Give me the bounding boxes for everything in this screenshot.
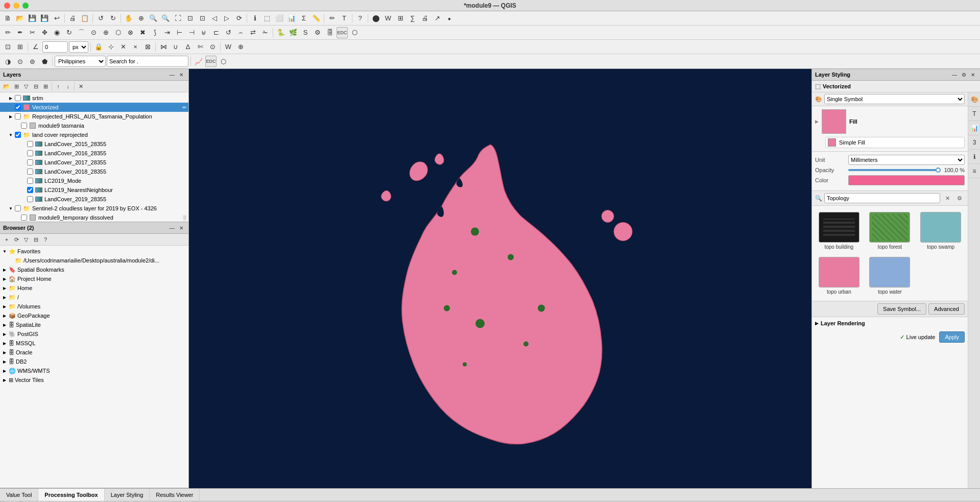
browser-collapse-icon[interactable]: ⊟ — [31, 235, 40, 244]
browser-item[interactable]: ▶ 📁 Home — [0, 283, 188, 293]
zoom-selection-icon[interactable]: ⊡ — [197, 13, 208, 24]
rp-close-btn[interactable]: ✕ — [969, 70, 977, 79]
browser-minimize-btn[interactable]: — — [168, 224, 176, 232]
processing-icon[interactable]: ⚙ — [312, 27, 323, 38]
zoom-full-icon[interactable]: ⛶ — [172, 13, 183, 24]
expand-icon[interactable]: ▶ — [2, 322, 7, 327]
legend-icon[interactable]: ≡ — [968, 164, 980, 178]
zoom-next-icon[interactable]: ▷ — [221, 13, 232, 24]
expand-icon[interactable]: ▶ — [2, 267, 7, 272]
rp-header-controls[interactable]: — ⚙ ✕ — [950, 70, 977, 79]
expand-icon[interactable] — [14, 215, 19, 220]
expand-icon[interactable]: ▼ — [8, 132, 13, 137]
redo-icon[interactable]: ↻ — [107, 13, 118, 24]
topo-item-urban[interactable]: topo urban — [815, 255, 863, 297]
split-icon[interactable]: ⊢ — [174, 27, 185, 38]
layer-item[interactable]: LandCover_2019_28355 — [0, 195, 188, 204]
split-parts-icon[interactable]: ⊣ — [186, 27, 197, 38]
paint-icon[interactable]: 🎨 — [968, 92, 980, 107]
pan-select-icon[interactable]: ⊕ — [135, 13, 147, 24]
open-project-icon[interactable]: 📂 — [14, 13, 26, 24]
layer-item[interactable]: module9_temporary dissolved ▒ — [0, 213, 188, 222]
offset-curve-icon[interactable]: ⌢ — [235, 27, 246, 38]
undo-icon[interactable]: ↺ — [95, 13, 106, 24]
browser-item[interactable]: ▶ 🏠 Project Home — [0, 274, 188, 283]
layer-checkbox[interactable] — [27, 178, 33, 184]
save-symbol-button[interactable]: Save Symbol... — [877, 303, 926, 315]
expand-icon[interactable] — [14, 123, 19, 128]
browser-item[interactable]: 📁 /Users/codrinamariailie/Desktop/austra… — [0, 256, 188, 265]
snap2-icon[interactable]: ⊞ — [14, 41, 26, 53]
browser-item[interactable]: ▶ 🗄 DB2 — [0, 357, 188, 366]
add-ring-icon[interactable]: ⊙ — [88, 27, 99, 38]
select2-icon[interactable]: ↗ — [432, 13, 443, 24]
expand-icon[interactable]: ▶ — [2, 295, 7, 300]
layer-checkbox[interactable] — [27, 150, 33, 156]
unit-select[interactable]: Millimeters — [848, 155, 965, 165]
expand-icon[interactable]: ▼ — [8, 206, 13, 211]
identify-icon[interactable]: ℹ — [249, 13, 260, 24]
close-button[interactable] — [4, 3, 10, 9]
browser-close-btn[interactable]: ✕ — [177, 224, 185, 232]
topo-item-swamp[interactable]: topo swamp — [917, 210, 965, 252]
rp-settings-btn[interactable]: ⚙ — [960, 70, 968, 79]
expand-icon[interactable] — [8, 105, 13, 110]
browser-item[interactable]: ▶ 📦 GeoPackage — [0, 311, 188, 320]
expand-icon[interactable] — [20, 160, 26, 165]
add-part-icon[interactable]: ⊕ — [100, 27, 111, 38]
browser-item[interactable]: ▶ 🗄 MSSQL — [0, 339, 188, 348]
layer-item[interactable]: LandCover_2015_28355 — [0, 139, 188, 149]
edit-icon[interactable]: ✂ — [27, 27, 38, 38]
search-input[interactable]: Search for . — [107, 56, 188, 67]
topo-search-input[interactable]: Topology — [824, 193, 940, 203]
browser-item[interactable]: ▶ 📁 / — [0, 293, 188, 302]
revert-icon[interactable]: ↩ — [51, 13, 62, 24]
plugin2-icon[interactable]: ⬡ — [218, 56, 229, 67]
layer-checkbox[interactable] — [15, 95, 21, 101]
move-icon[interactable]: ✥ — [39, 27, 50, 38]
window-controls[interactable] — [4, 3, 29, 9]
deselect-icon[interactable]: ⬜ — [274, 13, 285, 24]
snap3-icon[interactable]: ⊹ — [105, 41, 116, 53]
topo-item-water[interactable]: topo water — [866, 255, 914, 297]
node-icon[interactable]: ◉ — [51, 27, 62, 38]
symbol-type-select[interactable]: Single Symbol — [824, 94, 965, 104]
help-icon[interactable]: ? — [354, 13, 366, 24]
loc3-icon[interactable]: ⊚ — [27, 56, 38, 67]
trim-icon[interactable]: ✁ — [259, 27, 271, 38]
pan-map-icon[interactable]: ✋ — [123, 13, 134, 24]
expand-icon[interactable] — [20, 169, 26, 174]
python-icon[interactable]: 🐍 — [275, 27, 286, 38]
rotate-point-icon[interactable]: ↺ — [223, 27, 234, 38]
layer-checkbox[interactable] — [15, 205, 21, 211]
location-select[interactable]: Philippines — [55, 56, 106, 67]
topo-item-building[interactable]: topo building — [815, 210, 863, 252]
expand-icon[interactable]: ▶ — [2, 350, 7, 355]
fill-ring-icon[interactable]: ⬡ — [112, 27, 124, 38]
browser-refresh-icon[interactable]: ⟳ — [12, 235, 21, 244]
expand-icon[interactable] — [20, 197, 26, 202]
layer-checkbox[interactable] — [27, 169, 33, 175]
expand-icon[interactable]: ▶ — [2, 313, 7, 318]
expand-icon[interactable]: ▶ — [2, 304, 7, 309]
layer-item[interactable]: Vectorized ✏ — [0, 103, 188, 112]
edc2-icon[interactable]: EDC — [205, 56, 217, 67]
browser-add-icon[interactable]: + — [2, 235, 11, 244]
expand-icon[interactable] — [20, 151, 26, 156]
snap4-icon[interactable]: ✕ — [117, 41, 129, 53]
diff-icon[interactable]: ∆ — [182, 41, 194, 53]
zoom-last-icon[interactable]: ◁ — [209, 13, 220, 24]
loc-icon[interactable]: ◑ — [2, 56, 13, 67]
select-icon[interactable]: ⬚ — [261, 13, 273, 24]
measure-icon[interactable]: 📏 — [310, 13, 322, 24]
browser-filter-icon[interactable]: ▽ — [21, 235, 31, 244]
add-group-icon[interactable]: ⊞ — [12, 82, 21, 91]
expand-icon[interactable]: ▶ — [2, 368, 7, 373]
tab-processing-toolbox[interactable]: Processing Toolbox — [38, 489, 104, 501]
style-icon[interactable]: ⬤ — [370, 13, 381, 24]
expand-icon[interactable]: ▶ — [2, 276, 7, 281]
layers-minimize-btn[interactable]: — — [168, 70, 176, 79]
digitize-icon[interactable]: ✒ — [14, 27, 26, 38]
loc4-icon[interactable]: ⬟ — [39, 56, 50, 67]
expand-icon[interactable]: ▶ — [2, 285, 7, 291]
